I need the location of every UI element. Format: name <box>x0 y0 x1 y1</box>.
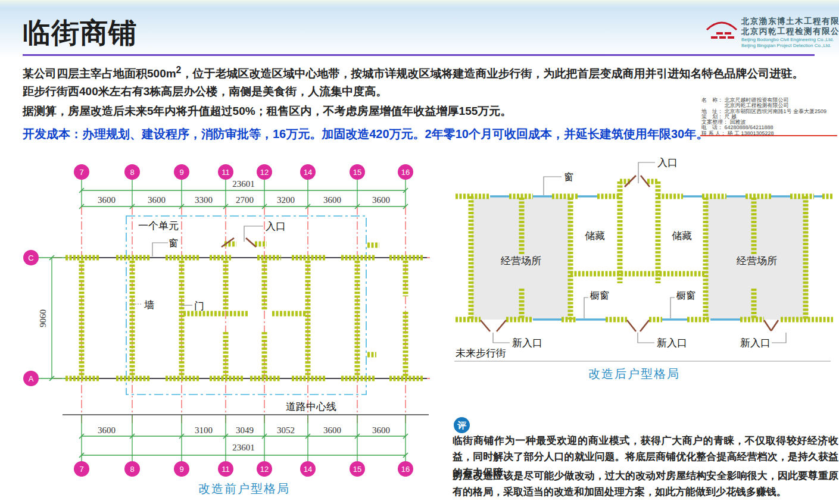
floor-plan-before: 23601 3600 3600 3300 2700 3200 3600 3600… <box>12 154 435 504</box>
dim-value: 3600 <box>372 425 390 435</box>
grid-number: 8 <box>130 465 134 474</box>
contact-underline <box>700 135 837 136</box>
comment-badge: 评 <box>454 417 470 433</box>
grid-number: 11 <box>222 168 230 177</box>
grid-number: 15 <box>353 465 361 474</box>
entrance-bump <box>620 176 658 274</box>
intro-line-2: 距步行街西400米左右有3栋高层办公楼，南侧是美食街，人流集中度高。 <box>23 84 387 99</box>
new-entrance-pointer <box>493 333 510 343</box>
label-new-entrance-2: 新入口 <box>657 337 687 349</box>
label-window: 窗 <box>564 172 573 182</box>
caption-after: 改造后户型格局 <box>588 367 680 380</box>
intro-line-1: 某公司四层主宰占地面积500m2，位于老城区改造区域中心地带，按城市详规改区域将… <box>23 65 803 82</box>
floor-plan-after: 入口 窗 储藏 储藏 经营场所 经营场所 <box>450 149 839 385</box>
grid-number: 14 <box>304 465 312 474</box>
intro-line-1-rest: ，位于老城区改造区域中心地带，按城市详规改区域将建造商业步行街，为此把首层变成商… <box>181 67 803 80</box>
company-names-cn: 北京渤东博土木工程有限公司 北京丙乾工程检测有限公司 <box>741 16 839 36</box>
row-label-a: A <box>29 374 34 383</box>
grid-number: 16 <box>401 465 410 474</box>
contact-block: 名 称： 北京尺越时疆投资有限公司 北京丙乾工程检测有限公司 地 址： 北京市朝… <box>701 98 826 136</box>
label-storage-2: 储藏 <box>672 230 692 242</box>
dim-value: 3600 <box>323 195 341 205</box>
display-window-pointer <box>670 298 675 318</box>
row-label-c: C <box>28 253 33 262</box>
label-entrance: 入口 <box>657 157 678 168</box>
new-entrance-pointer <box>638 333 654 343</box>
development-cost-line: 开发成本：办理规划、建设程序，消防审批等，16万元。加固改造420万元。2年零1… <box>23 126 708 142</box>
label-business-1: 经营场所 <box>500 255 541 267</box>
grid-number: 11 <box>222 465 230 474</box>
page: 临街商铺 北京渤东博土木工程有限公司 北京丙乾工程检测有限公司 Beijing … <box>0 0 839 504</box>
grid-number: 16 <box>401 168 410 177</box>
grid-number: 15 <box>353 168 361 177</box>
top-dimensions: 23601 3600 3600 3300 2700 3200 3600 3600 <box>79 179 408 209</box>
label-new-entrance-3: 新入口 <box>740 337 771 349</box>
dim-total-top: 23601 <box>232 179 255 189</box>
dim-value: 3049 <box>236 425 254 435</box>
grid-number: 9 <box>179 168 183 177</box>
label-future-street: 未来步行街 <box>456 348 506 359</box>
label-unit: 一个单元 <box>138 220 179 231</box>
dim-total-bottom: 23601 <box>232 443 255 452</box>
label-business-2: 经营场所 <box>736 255 777 267</box>
dim-value: 3600 <box>372 195 390 205</box>
label-new-entrance-1: 新入口 <box>512 337 542 349</box>
label-road-center: 道路中心线 <box>286 401 336 412</box>
caption-before: 改造前户型格局 <box>198 482 290 495</box>
grid-number: 7 <box>79 168 83 177</box>
company-name-2: 北京丙乾工程检测有限公司 <box>741 26 839 36</box>
dim-value: 3600 <box>323 425 341 435</box>
grid-number: 14 <box>304 168 312 177</box>
grid-number: 12 <box>260 168 269 177</box>
intro-line-1-text: 某公司四层主宰占地面积500m <box>23 67 176 80</box>
dim-value: 3052 <box>277 425 295 435</box>
window-pointer <box>152 243 168 256</box>
row-bubbles: C A 9060 <box>23 250 54 386</box>
dim-value: 3100 <box>195 425 213 435</box>
grid-bubbles-top: 7 8 9 11 12 14 15 16 <box>74 164 413 180</box>
company-name-1: 北京渤东博土木工程有限公司 <box>741 16 839 26</box>
label-door: 门 <box>194 300 204 312</box>
new-entrance-pointer <box>772 333 786 343</box>
dim-value: 3600 <box>148 195 166 205</box>
dim-value: 3200 <box>277 195 295 205</box>
label-wall: 墙 <box>144 299 154 311</box>
grid-bubbles-bottom: 7 8 9 11 12 14 15 16 <box>74 461 413 477</box>
bottom-wall <box>456 320 833 331</box>
dim-value: 3300 <box>195 195 213 205</box>
label-display-window-1: 橱窗 <box>590 290 609 300</box>
comment-paragraph-2: 房屋改造应该是尽可能少做改动，过大的改动对房屋结构安全影响很大，因此要尊重原有的… <box>453 468 838 500</box>
dim-value: 3600 <box>98 425 116 435</box>
dim-height: 9060 <box>38 309 48 327</box>
window-pointer <box>544 177 562 195</box>
page-title: 临街商铺 <box>23 14 137 52</box>
header-divider <box>23 54 815 56</box>
label-display-window-2: 橱窗 <box>676 290 695 300</box>
grid-number: 7 <box>79 465 83 474</box>
intro-line-3: 据测算，房屋改造后未来5年内将升值超过50%；租售区内，不考虑房屋增值年收益增厚… <box>23 104 511 119</box>
grid-number: 9 <box>179 465 183 474</box>
label-storage-1: 储藏 <box>585 230 605 242</box>
company-logo-icon <box>704 14 739 46</box>
company-name-en-1: Beijing Bodongbo Civil Engineering Co.,L… <box>741 37 834 43</box>
grid-number: 12 <box>260 465 269 474</box>
company-name-en-2: Beijing Bingqian Project Detection Co.,L… <box>741 43 834 49</box>
label-entrance: 入口 <box>266 221 286 232</box>
dim-value: 3600 <box>98 195 116 205</box>
company-names-en: Beijing Bodongbo Civil Engineering Co.,L… <box>741 37 834 49</box>
grid-lines-green <box>39 180 406 461</box>
dim-value: 2700 <box>236 195 254 205</box>
label-window: 窗 <box>169 238 178 248</box>
bottom-dimensions: 3600 3100 3049 3052 3600 3600 23601 <box>79 425 408 458</box>
grid-number: 8 <box>130 168 134 177</box>
display-window-pointer <box>584 298 588 318</box>
